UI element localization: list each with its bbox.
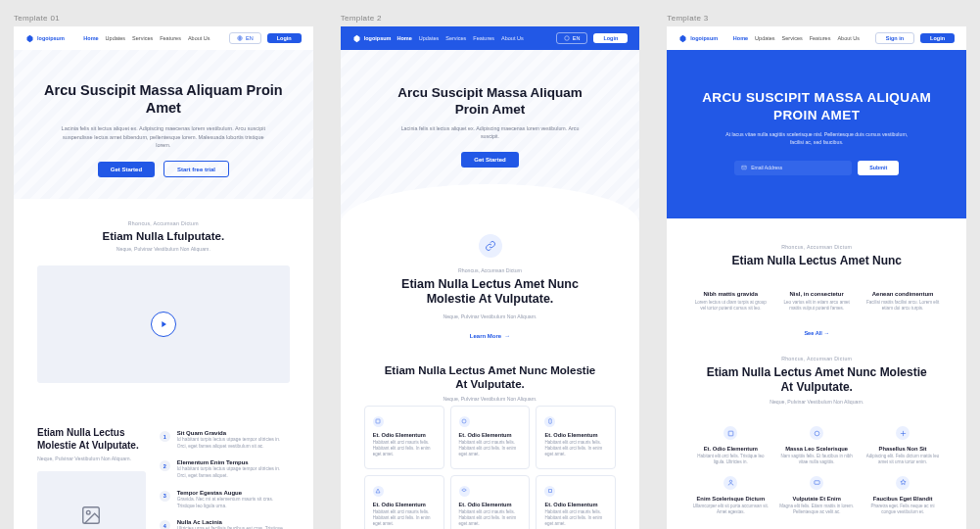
feature-title: Et. Odio Elementum <box>459 502 522 507</box>
section-features-head: Rhoncus, Accumsan Dictum Etiam Nulla Lec… <box>667 348 966 414</box>
video-placeholder[interactable] <box>37 265 290 383</box>
nav-services[interactable]: Services <box>445 35 466 41</box>
nav-features[interactable]: Features <box>160 35 181 41</box>
cta-get-started[interactable]: Get Started <box>98 162 155 177</box>
lang-switch[interactable]: EN <box>556 32 588 44</box>
column-item: Nisl, in consecteturLeo varius elit in e… <box>778 291 855 313</box>
section-columns-head: Rhoncus, Accumsan Dictum Etiam Nulla Lec… <box>667 218 966 277</box>
feature-title: Enim Scelerisque Dictum <box>692 496 769 502</box>
logo-icon <box>678 34 687 43</box>
nav: logoipsum Home Updates Services Features… <box>14 26 313 50</box>
nav-services[interactable]: Services <box>782 35 803 41</box>
feature-card: Et. Odio ElementumHabitant elit orci mau… <box>450 406 531 469</box>
eyebrow: Rhoncus, Accumsan Dictum <box>364 267 617 273</box>
step-2: 2Elementum Enim TempusId habitant turpis… <box>160 459 290 479</box>
step-title: Tempor Egestas Augue <box>177 490 290 496</box>
feature-card: Et. Odio ElementumHabitant elit orci mau… <box>536 475 616 529</box>
logo[interactable]: logoipsum <box>352 34 392 43</box>
feature-icon <box>723 476 737 490</box>
nav-services[interactable]: Services <box>132 35 153 41</box>
feature-item: Faucibus Eget BlanditPharetra eget. Feli… <box>864 476 941 516</box>
login-button[interactable]: Login <box>920 33 955 43</box>
feature-title: Et. Odio Elementum <box>692 446 769 452</box>
feature-grid: Et. Odio ElementumHabitant elit orci mau… <box>341 402 640 529</box>
logo[interactable]: logoipsum <box>25 34 65 43</box>
hero-title: Arcu Suscipit Massa Aliquam Proin Amet <box>41 81 286 117</box>
svg-rect-4 <box>376 419 380 423</box>
eyebrow: Rhoncus, Accumsan Dictum <box>690 244 943 250</box>
lang-switch[interactable]: EN <box>229 32 261 44</box>
steps-heading: Etiam Nulla Lectus Molestie At Vulputate… <box>37 426 146 452</box>
nav-home[interactable]: Home <box>397 35 411 41</box>
feature-card: Et. Odio ElementumHabitant elit orci mau… <box>450 475 531 529</box>
nav-links: Home Updates Services Features About Us <box>733 35 860 41</box>
learn-more-link[interactable]: Learn More→ <box>470 333 510 339</box>
login-button[interactable]: Login <box>267 33 302 43</box>
section-video: Rhoncus, Accumsan Dictum Etiam Nulla Lfu… <box>14 199 313 405</box>
lang-label: EN <box>246 35 254 41</box>
feature-title: Et. Odio Elementum <box>544 502 607 507</box>
nav-updates[interactable]: Updates <box>106 35 126 41</box>
submit-button[interactable]: Submit <box>858 161 899 175</box>
features-sub: Neque, Pulvinar Vestibulum Non Aliquam. <box>690 399 943 405</box>
feature-icon <box>810 426 823 440</box>
logo-text: logoipsum <box>37 35 65 41</box>
feature-icon <box>544 486 555 497</box>
feature-icon <box>544 416 555 427</box>
login-button[interactable]: Login <box>593 33 628 43</box>
logo-icon <box>25 34 34 43</box>
logo[interactable]: logoipsum <box>678 34 718 43</box>
nav-features[interactable]: Features <box>473 35 494 41</box>
cta-free-trial[interactable]: Start free trial <box>163 161 229 177</box>
col-desc: Facilisi mattis facilisi arcu. Lorem eli… <box>864 300 941 313</box>
col-title: Nibh mattis gravida <box>692 291 769 297</box>
email-placeholder: Email Address <box>751 165 782 170</box>
col-desc: Leo varius elit in etiam arcu amet matti… <box>778 300 855 313</box>
nav-updates[interactable]: Updates <box>419 35 440 41</box>
svg-point-5 <box>462 419 466 423</box>
nav-about[interactable]: About Us <box>837 35 860 41</box>
step-1: 1Sit Quam GravidaId habitant turpis lect… <box>160 430 290 450</box>
nav-home[interactable]: Home <box>83 35 98 41</box>
steps-sub: Neque, Pulvinar Vestibulum Non Aliquam. <box>37 456 146 461</box>
feature-title: Phasellus Non Sit <box>864 446 941 452</box>
globe-icon <box>237 35 243 41</box>
feature-desc: Pharetra eget. Felis neque ac mi congue … <box>864 504 941 516</box>
feature-icon <box>459 416 470 427</box>
feature-desc: Habitant elit orci mauris felis. Habitan… <box>373 440 436 458</box>
section-grid-head: Etiam Nulla Lectus Amet Nunc Molestie At… <box>341 358 640 402</box>
nav-updates[interactable]: Updates <box>755 35 775 41</box>
feature-desc: Habitant elit orci mauris felis. Habitan… <box>459 509 522 528</box>
play-button[interactable] <box>151 312 176 337</box>
feature-desc: Habitant elit orci mauris felis. Habitan… <box>544 509 607 528</box>
signin-button[interactable]: Sign in <box>875 32 914 44</box>
nav-features[interactable]: Features <box>810 35 831 41</box>
step-number: 1 <box>160 431 170 442</box>
col-title: Aenean condimentum <box>864 291 941 297</box>
features-grid: Et. Odio ElementumHabitant elit orci fel… <box>667 414 966 529</box>
section-sub: Neque, Pulvinar Vestibulum Non Aliquam. <box>364 313 617 319</box>
see-all-link[interactable]: See All → <box>667 330 966 348</box>
feature-title: Et. Odio Elementum <box>544 432 607 438</box>
feature-icon <box>896 426 910 440</box>
feature-title: Et. Odio Elementum <box>459 432 522 438</box>
nav-home[interactable]: Home <box>733 35 748 41</box>
cta-get-started[interactable]: Get Started <box>461 152 518 168</box>
email-input[interactable]: Email Address <box>734 161 852 175</box>
feature-desc: Habitant elit orci felis. Tristique leo … <box>692 454 769 466</box>
logo-text: logoipsum <box>364 35 392 41</box>
feature-title: Vulputate Et Enim <box>778 496 855 502</box>
feature-icon <box>373 416 384 427</box>
nav-about[interactable]: About Us <box>188 35 210 41</box>
eyebrow: Rhoncus, Accumsan Dictum <box>37 220 290 226</box>
svg-point-10 <box>729 480 731 482</box>
template-label-3: Template 3 <box>667 14 966 23</box>
feature-item: Phasellus Non SitAdipiscing elit. Felis … <box>864 426 941 466</box>
nav-links: Home Updates Services Features About Us <box>397 35 523 41</box>
globe-icon <box>564 35 570 41</box>
nav-about[interactable]: About Us <box>501 35 524 41</box>
hero-title: ARCU SUSCIPIT MASSA ALIQUAM PROIN AMET <box>694 89 939 123</box>
section-heading: Etiam Nulla Lfulputate. <box>37 230 290 242</box>
hero-subtitle: Lacinia felis sit lectus aliquet ex. Adi… <box>61 124 266 149</box>
feature-icon <box>723 426 737 440</box>
